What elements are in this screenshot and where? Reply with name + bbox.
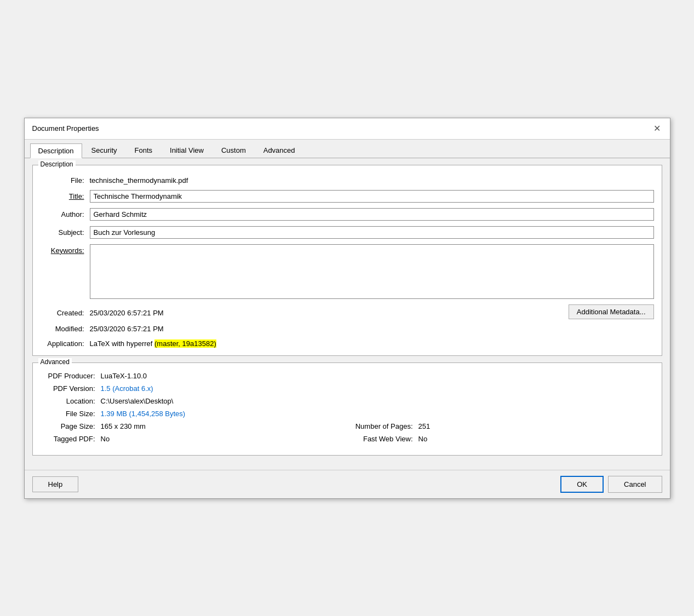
tagged-pdf-col: Tagged PDF: No: [41, 435, 347, 443]
location-row: Location: C:\Users\alex\Desktop\: [41, 397, 654, 405]
pdf-producer-value: LuaTeX-1.10.0: [101, 372, 147, 380]
title-input[interactable]: [90, 190, 654, 203]
description-section: Description File: technische_thermodynam…: [32, 165, 662, 356]
subject-input[interactable]: [90, 226, 654, 239]
file-value: technische_thermodynamik.pdf: [90, 174, 188, 185]
num-pages-col: Number of Pages: 251: [347, 422, 654, 430]
fast-web-col: Fast Web View: No: [347, 435, 654, 443]
main-content: Description File: technische_thermodynam…: [25, 158, 670, 470]
pdf-producer-label: PDF Producer:: [41, 372, 101, 380]
tab-initial-view[interactable]: Initial View: [162, 143, 212, 158]
author-label: Author:: [41, 208, 90, 218]
footer-right-buttons: OK Cancel: [560, 476, 662, 493]
tab-security[interactable]: Security: [83, 143, 125, 158]
file-size-value: 1.39 MB (1,454,258 Bytes): [101, 410, 186, 418]
pdf-version-row: PDF Version: 1.5 (Acrobat 6.x): [41, 384, 654, 393]
page-size-col: Page Size: 165 x 230 mm: [41, 422, 347, 430]
tab-bar: Description Security Fonts Initial View …: [25, 140, 670, 158]
subject-label: Subject:: [41, 226, 90, 237]
author-row: Author:: [41, 208, 654, 221]
created-value: 25/03/2020 6:57:21 PM: [90, 307, 164, 317]
help-button[interactable]: Help: [32, 476, 79, 492]
num-pages-label: Number of Pages:: [347, 422, 418, 430]
dialog-footer: Help OK Cancel: [25, 470, 670, 498]
tab-custom[interactable]: Custom: [213, 143, 254, 158]
modified-value: 25/03/2020 6:57:21 PM: [90, 323, 164, 333]
created-left: Created: 25/03/2020 6:57:21 PM: [41, 307, 164, 317]
tagged-pdf-label: Tagged PDF:: [41, 435, 101, 443]
cancel-button[interactable]: Cancel: [608, 476, 662, 493]
application-value-highlight: (master, 19a13582): [154, 339, 216, 348]
advanced-section: Advanced PDF Producer: LuaTeX-1.10.0 PDF…: [32, 362, 662, 456]
file-size-label: File Size:: [41, 410, 101, 418]
close-button[interactable]: ✕: [650, 122, 664, 136]
author-input[interactable]: [90, 208, 654, 221]
page-size-value: 165 x 230 mm: [101, 422, 146, 430]
pdf-producer-row: PDF Producer: LuaTeX-1.10.0: [41, 372, 654, 380]
num-pages-value: 251: [418, 422, 431, 430]
description-section-label: Description: [38, 160, 76, 168]
tagged-row: Tagged PDF: No Fast Web View: No: [41, 435, 654, 443]
tab-description[interactable]: Description: [30, 143, 82, 158]
created-label: Created:: [41, 307, 90, 317]
document-properties-dialog: Document Properties ✕ Description Securi…: [24, 118, 670, 499]
page-size-row: Page Size: 165 x 230 mm Number of Pages:…: [41, 422, 654, 430]
title-row: Title:: [41, 190, 654, 203]
keywords-textarea[interactable]: [90, 244, 654, 299]
advanced-section-label: Advanced: [38, 358, 72, 366]
dialog-title: Document Properties: [32, 124, 99, 133]
keywords-label: Keywords:: [41, 244, 90, 255]
application-value: LaTeX with hyperref (master, 19a13582): [90, 337, 216, 348]
location-value: C:\Users\alex\Desktop\: [101, 397, 174, 405]
pdf-version-value: 1.5 (Acrobat 6.x): [101, 384, 153, 393]
fast-web-value: No: [418, 435, 428, 443]
additional-metadata-button[interactable]: Additional Metadata...: [569, 304, 654, 319]
location-label: Location:: [41, 397, 101, 405]
modified-label: Modified:: [41, 323, 90, 333]
application-row: Application: LaTeX with hyperref (master…: [41, 337, 654, 348]
page-size-label: Page Size:: [41, 422, 101, 430]
pdf-version-label: PDF Version:: [41, 384, 101, 393]
file-size-row: File Size: 1.39 MB (1,454,258 Bytes): [41, 410, 654, 418]
tab-advanced[interactable]: Advanced: [255, 143, 303, 158]
tagged-pdf-value: No: [101, 435, 110, 443]
tab-fonts[interactable]: Fonts: [127, 143, 161, 158]
subject-row: Subject:: [41, 226, 654, 239]
ok-button[interactable]: OK: [560, 476, 604, 493]
application-value-plain: LaTeX with hyperref: [90, 339, 155, 348]
file-row: File: technische_thermodynamik.pdf: [41, 174, 654, 185]
fast-web-label: Fast Web View:: [347, 435, 418, 443]
file-label: File:: [41, 174, 90, 185]
created-row: Created: 25/03/2020 6:57:21 PM Additiona…: [41, 304, 654, 319]
application-label: Application:: [41, 337, 90, 348]
modified-row: Modified: 25/03/2020 6:57:21 PM: [41, 323, 654, 333]
title-bar: Document Properties ✕: [25, 118, 670, 140]
keywords-row: Keywords:: [41, 244, 654, 299]
title-label: Title:: [41, 190, 90, 200]
